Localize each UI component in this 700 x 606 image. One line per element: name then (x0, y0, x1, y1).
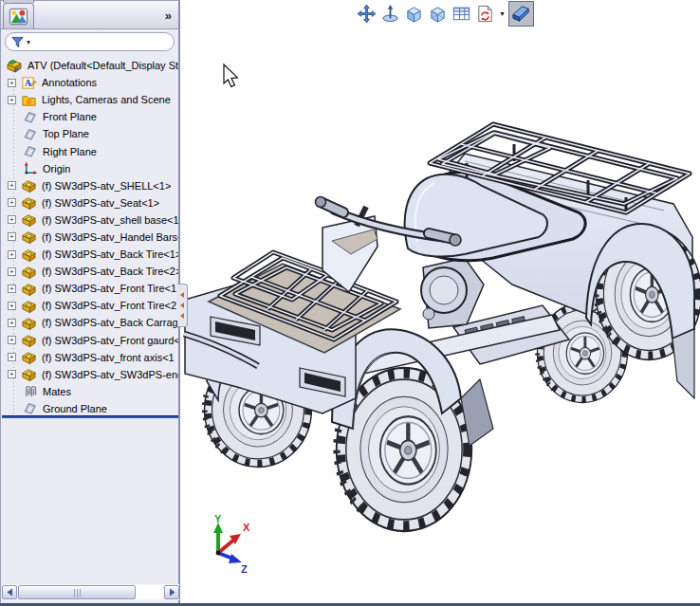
tree-item[interactable]: + (f) SW3dPS-atv_Front Tire<2 (1, 297, 178, 314)
tree-item[interactable]: + (f) SW3dPS-atv_Back Carrage (1, 314, 178, 331)
tree-item-label: Lights, Cameras and Scene (42, 94, 171, 105)
tree-item[interactable]: + (f) SW3dPS-atv_front axis<1 (1, 349, 178, 366)
update-sheet-dropdown-caret[interactable]: ▾ (497, 9, 507, 18)
tree-item-label: Annotations (42, 77, 97, 88)
tree-item-label: Front Plane (43, 111, 97, 122)
tab-config-icon (8, 0, 29, 2)
tree-item-label: (f) SW3dPS-atv_Back Tire<2> (42, 266, 178, 277)
tree-item[interactable]: Front Plane (1, 108, 178, 125)
triad-z-label: Z (241, 563, 248, 575)
expand-toggle-icon[interactable]: + (8, 79, 16, 87)
rollback-bar[interactable] (2, 415, 178, 418)
tree-item[interactable]: ATV (Default<Default_Display St (1, 57, 178, 74)
triad-x-label: X (243, 522, 250, 533)
view-cube-b-button[interactable] (426, 3, 449, 26)
plane-icon (22, 143, 38, 159)
rotate-view-button[interactable] (378, 3, 401, 26)
part-icon (21, 332, 37, 348)
part-icon (21, 281, 37, 297)
tab-display-icon (8, 6, 29, 28)
expand-toggle-icon[interactable]: + (8, 336, 16, 344)
expand-toggle-icon[interactable]: + (8, 215, 16, 224)
filter-dropdown-caret[interactable]: ▾ (27, 38, 30, 46)
tree-item-label: (f) SW3dPS-atv_Seat<1> (42, 197, 159, 209)
tree-item[interactable]: + (f) SW3dPS-atv_SHELL<1> (1, 177, 178, 194)
expand-toggle-icon[interactable]: + (8, 267, 16, 276)
tb-pan-icon (357, 4, 377, 24)
tree-item[interactable]: + (f) SW3dPS-atv_Back Tire<1> (1, 246, 178, 263)
part-icon (21, 247, 37, 263)
panel-collapse-handle[interactable] (177, 284, 188, 327)
scroll-left-button[interactable] (2, 585, 17, 599)
expand-toggle-icon[interactable]: + (8, 250, 16, 259)
expand-toggle-icon[interactable]: + (8, 370, 16, 378)
scroll-right-button[interactable] (164, 585, 179, 599)
shaded-with-edges-button[interactable] (508, 1, 534, 27)
displaymanager-tab[interactable] (3, 3, 34, 28)
atv-model[interactable]: Y X Z (180, 0, 700, 588)
panel-overflow-chevron[interactable]: » (165, 9, 175, 28)
tree-item-label: Top Plane (43, 128, 89, 139)
tree-item-label: Ground Plane (43, 403, 107, 414)
expand-toggle-icon[interactable]: + (8, 198, 16, 207)
expand-toggle-icon[interactable]: + (8, 181, 16, 190)
expand-toggle-icon[interactable]: + (8, 319, 16, 327)
tree-item-label: ATV (Default<Default_Display St (28, 60, 178, 71)
tree-item[interactable]: Mates (1, 383, 178, 400)
tree-item-label: (f) SW3dPS-atv_SW3dPS-eng (42, 369, 178, 380)
panel-tab-bar: » (1, 1, 178, 29)
viewport-layout-button[interactable] (450, 3, 472, 26)
feature-tree: ATV (Default<Default_Display St + Annota… (1, 54, 178, 417)
pan-button[interactable] (355, 3, 378, 26)
tree-item-label: (f) SW3dPS-atv_shell base<1 (42, 214, 178, 226)
tree-item-label: Origin (43, 163, 70, 174)
tree-item[interactable]: + (f) SW3dPS-atv_Front Tire<1 (1, 280, 178, 297)
graphics-area[interactable]: Y X Z ▾ (182, 0, 700, 603)
tree-item-label: (f) SW3dPS-atv_Front gaurd< (42, 335, 178, 346)
mates-icon (22, 383, 38, 399)
update-sheet-button[interactable] (473, 3, 496, 26)
tree-item[interactable]: + (f) SW3dPS-atv_Handel Bars< (1, 229, 178, 246)
expand-toggle-icon[interactable]: + (8, 302, 16, 310)
front-console[interactable] (322, 216, 378, 292)
plane-icon (22, 126, 38, 142)
tb-sheet-icon (475, 4, 495, 24)
part-icon (21, 211, 37, 228)
tree-item[interactable]: Top Plane (1, 125, 178, 142)
tree-item-label: (f) SW3dPS-atv_Front Tire<1 (42, 283, 176, 294)
lights-icon (21, 92, 37, 108)
tree-item[interactable]: Right Plane (1, 142, 178, 159)
expand-toggle-icon[interactable]: + (8, 285, 16, 293)
tree-item[interactable]: + Lights, Cameras and Scene (1, 91, 178, 108)
tree-item-label: (f) SW3dPS-atv_Front Tire<2 (42, 300, 176, 311)
tree-item[interactable]: + (f) SW3dPS-atv_Back Tire<2> (1, 263, 178, 280)
tree-item[interactable]: + (f) SW3dPS-atv_Seat<1> (1, 194, 178, 211)
scroll-left-icon (7, 588, 13, 597)
funnel-icon (11, 36, 24, 48)
expand-toggle-icon[interactable]: + (8, 96, 16, 104)
part-icon (21, 229, 37, 245)
tree-item[interactable]: + Annotations (1, 74, 178, 91)
tree-item[interactable]: + (f) SW3dPS-atv_SW3dPS-eng (1, 366, 178, 383)
origin-icon (22, 160, 38, 176)
view-cube-a-button[interactable] (402, 3, 425, 26)
scrollbar-thumb[interactable] (18, 585, 136, 599)
tree-filter-input[interactable]: ▾ (5, 32, 175, 51)
tree-item-label: (f) SW3dPS-atv_Back Carrage (42, 317, 178, 328)
tb-rotate-icon (380, 4, 400, 24)
tree-item[interactable]: Origin (1, 160, 178, 177)
expand-toggle-icon[interactable]: + (8, 232, 16, 241)
panel-horizontal-scrollbar (2, 584, 179, 600)
scrollbar-track[interactable] (18, 585, 163, 599)
assembly-icon (6, 57, 23, 74)
expand-toggle-icon[interactable]: + (8, 353, 16, 361)
tree-item-label: (f) SW3dPS-atv_Handel Bars< (42, 231, 178, 243)
tree-item[interactable]: + (f) SW3dPS-atv_Front gaurd< (1, 332, 178, 349)
tree-item-label: Right Plane (43, 146, 97, 157)
tree-item-label: (f) SW3dPS-atv_Back Tire<1> (42, 248, 178, 260)
part-icon (21, 366, 37, 382)
tree-item[interactable]: + (f) SW3dPS-atv_shell base<1 (1, 211, 178, 229)
feature-manager-panel: » ▾ ATV (Default<Default_Display St + An… (0, 0, 180, 603)
tb-wedge-icon (511, 4, 531, 24)
part-icon (21, 349, 37, 365)
